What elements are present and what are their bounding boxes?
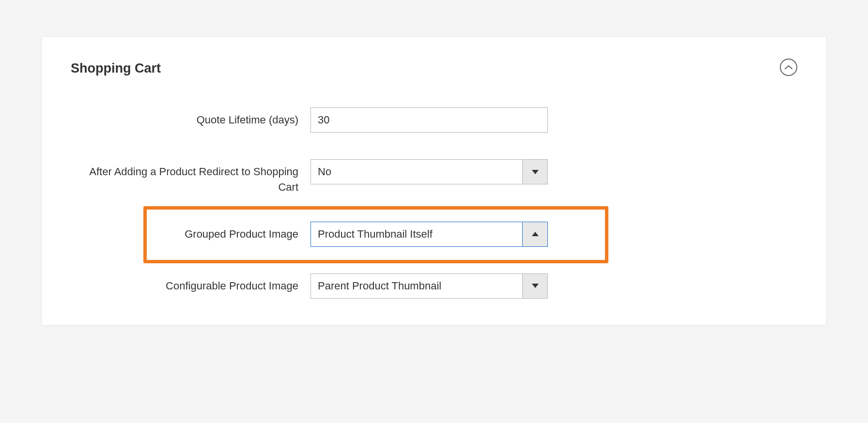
quote-lifetime-row: Quote Lifetime (days): [71, 107, 797, 133]
grouped-product-image-row: Grouped Product Image Product Thumbnail …: [71, 222, 797, 247]
triangle-up-icon: [532, 232, 539, 236]
collapse-toggle-button[interactable]: [780, 59, 797, 76]
chevron-up-icon: [785, 65, 792, 70]
configurable-product-image-row: Configurable Product Image Parent Produc…: [71, 273, 797, 299]
configurable-product-image-label: Configurable Product Image: [71, 273, 310, 294]
grouped-product-image-arrow: [522, 222, 547, 246]
grouped-product-image-control: Product Thumbnail Itself: [310, 222, 548, 247]
section-title: Shopping Cart: [71, 61, 797, 76]
redirect-after-add-value: No: [311, 160, 522, 184]
configurable-product-image-value: Parent Product Thumbnail: [311, 274, 522, 298]
redirect-after-add-label: After Adding a Product Redirect to Shopp…: [71, 159, 310, 195]
form-rows: Quote Lifetime (days) After Adding a Pro…: [71, 107, 797, 299]
redirect-after-add-control: No: [310, 159, 548, 184]
quote-lifetime-input[interactable]: [310, 107, 548, 133]
configurable-product-image-control: Parent Product Thumbnail: [310, 273, 548, 299]
grouped-product-image-value: Product Thumbnail Itself: [311, 222, 522, 246]
redirect-after-add-select[interactable]: No: [310, 159, 548, 184]
redirect-after-add-arrow: [522, 160, 547, 184]
quote-lifetime-control: [310, 107, 548, 133]
configurable-product-image-select[interactable]: Parent Product Thumbnail: [310, 273, 548, 299]
triangle-down-icon: [532, 284, 539, 288]
configurable-product-image-arrow: [522, 274, 547, 298]
quote-lifetime-label: Quote Lifetime (days): [71, 107, 310, 128]
triangle-down-icon: [532, 170, 539, 174]
grouped-product-image-select[interactable]: Product Thumbnail Itself: [310, 222, 548, 247]
grouped-product-image-label: Grouped Product Image: [71, 222, 310, 242]
redirect-after-add-row: After Adding a Product Redirect to Shopp…: [71, 159, 797, 195]
shopping-cart-panel: Shopping Cart Quote Lifetime (days) Afte…: [41, 36, 827, 326]
